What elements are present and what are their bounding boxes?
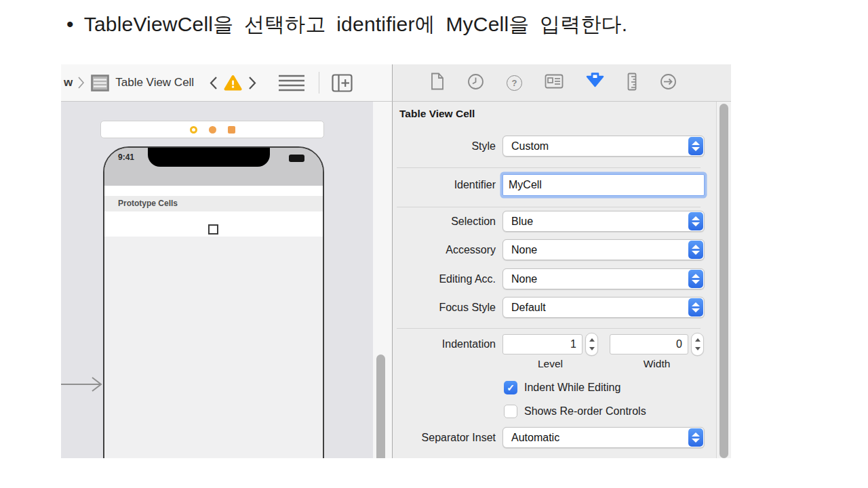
notch	[148, 148, 270, 167]
indentation-label: Indentation	[393, 333, 496, 354]
selection-value: Blue	[511, 211, 533, 231]
file-inspector-icon[interactable]	[430, 73, 445, 93]
accessory-popup-stepper-icon	[688, 241, 703, 259]
canvas-scrollbar-thumb[interactable]	[376, 354, 385, 458]
inspector-scrollbar-thumb[interactable]	[719, 104, 728, 458]
level-unit-label: Level	[502, 358, 598, 370]
indent-while-editing-row: ✓ Indent While Editing	[504, 380, 620, 396]
document-outline-toggle-icon[interactable]	[278, 74, 305, 92]
shows-reorder-label: Shows Re-order Controls	[524, 405, 646, 418]
focus-style-value: Default	[511, 298, 546, 317]
forward-button[interactable]	[248, 76, 257, 90]
indent-while-editing-label: Indent While Editing	[524, 382, 620, 394]
separator-inset-label: Separator Inset	[393, 427, 496, 448]
xcode-screenshot: w Table View Cell	[61, 64, 731, 458]
separator-line	[397, 167, 701, 168]
battery-icon	[289, 155, 304, 162]
selection-label: Selection	[393, 211, 496, 232]
first-responder-icon[interactable]	[209, 126, 216, 134]
add-editor-icon[interactable]	[332, 74, 353, 92]
warning-icon[interactable]	[224, 75, 242, 92]
shows-reorder-row: Shows Re-order Controls	[504, 403, 646, 420]
selection-popup[interactable]: Blue	[502, 211, 705, 232]
table-view-cell-icon	[91, 75, 109, 92]
inspector-section-title: Table View Cell	[399, 108, 475, 120]
separator-inset-popup[interactable]: Automatic	[502, 427, 705, 448]
scene-dock	[100, 121, 324, 138]
table-header-row	[104, 186, 323, 196]
indentation-level-stepper[interactable]	[585, 333, 598, 356]
attributes-inspector-icon-selected[interactable]	[586, 73, 604, 93]
editing-accessory-popup-stepper-icon	[688, 270, 703, 288]
exit-icon[interactable]	[228, 126, 235, 134]
separator-line	[397, 207, 701, 207]
storyboard-entry-point-arrow[interactable]	[61, 375, 104, 393]
identity-inspector-icon[interactable]	[545, 74, 564, 92]
view-controller-icon[interactable]	[190, 126, 197, 134]
style-value: Custom	[511, 136, 549, 156]
slide-root: • TableViewCell을 선택하고 identifier에 MyCell…	[0, 0, 868, 488]
storyboard-canvas: 9:41 Prototype Cells Table View Prototyp…	[61, 102, 392, 458]
jump-bar: w Table View Cell	[61, 64, 392, 102]
slide-title: • TableViewCell을 선택하고 identifier에 MyCell…	[66, 11, 627, 39]
indentation-level-field[interactable]: 1	[502, 334, 583, 354]
editing-accessory-popup[interactable]: None	[502, 268, 705, 289]
focus-style-popup-stepper-icon	[688, 298, 703, 317]
indent-while-editing-checkbox-checked[interactable]: ✓	[504, 381, 517, 394]
style-popup-stepper-icon	[688, 137, 703, 155]
breadcrumb-truncated[interactable]: w	[64, 76, 73, 89]
breadcrumb-chevron-icon	[77, 76, 85, 89]
style-popup[interactable]: Custom	[502, 136, 705, 157]
check-icon: ✓	[507, 382, 515, 393]
connections-inspector-icon[interactable]	[660, 73, 677, 93]
status-time: 9:41	[104, 152, 148, 162]
accessory-popup[interactable]: None	[502, 239, 705, 260]
focus-style-popup[interactable]: Default	[502, 297, 705, 318]
separator-line	[397, 328, 701, 329]
focus-style-label: Focus Style	[393, 297, 496, 318]
shows-reorder-checkbox-unchecked[interactable]	[504, 405, 517, 418]
selection-popup-stepper-icon	[688, 212, 703, 230]
identifier-input[interactable]	[502, 174, 705, 196]
question-glyph: ?	[512, 78, 517, 88]
breadcrumb-current-item[interactable]: Table View Cell	[115, 76, 194, 89]
identifier-label: Identifier	[393, 174, 496, 195]
prototype-cells-header: Prototype Cells	[104, 196, 323, 211]
iphone-canvas: 9:41 Prototype Cells Table View Prototyp…	[103, 146, 324, 458]
toolbar-divider	[319, 72, 319, 94]
indentation-width-field[interactable]: 0	[610, 334, 688, 354]
indentation-width-stepper[interactable]	[691, 333, 704, 356]
separator-inset-popup-stepper-icon	[688, 428, 703, 447]
cell-resize-handle[interactable]	[208, 224, 218, 235]
table-view-background[interactable]: Table View Prototype Content	[104, 237, 323, 458]
history-inspector-icon[interactable]	[467, 73, 484, 93]
back-button[interactable]	[209, 76, 218, 90]
size-inspector-icon[interactable]	[627, 73, 637, 94]
accessory-label: Accessory	[393, 239, 496, 260]
style-label: Style	[393, 136, 496, 157]
editing-accessory-value: None	[511, 269, 537, 289]
width-unit-label: Width	[610, 358, 704, 370]
accessory-value: None	[511, 240, 537, 260]
attributes-inspector: Table View Cell Style Custom Identifier …	[392, 102, 731, 458]
editing-accessory-label: Editing Acc.	[393, 268, 496, 289]
quick-help-inspector-icon[interactable]: ?	[507, 75, 522, 91]
inspector-tab-bar: ?	[392, 64, 731, 102]
separator-inset-value: Automatic	[511, 428, 559, 447]
